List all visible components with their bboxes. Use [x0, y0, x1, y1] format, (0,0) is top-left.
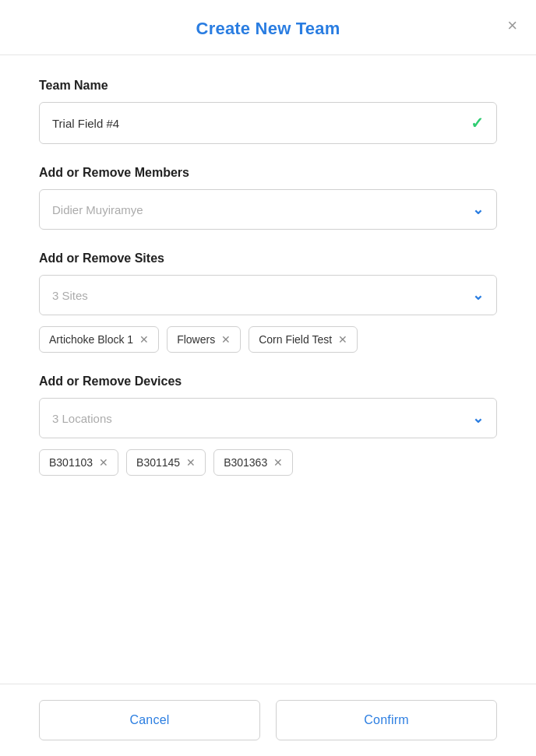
- sites-dropdown[interactable]: 3 Sites ⌄: [39, 275, 497, 315]
- device-tag-b301145-remove[interactable]: ✕: [186, 457, 196, 468]
- members-label: Add or Remove Members: [39, 166, 497, 180]
- device-tag-b301145-label: B301145: [136, 456, 180, 469]
- site-tag-cornfield-remove[interactable]: ✕: [338, 334, 347, 345]
- devices-tags: B301103 ✕ B301145 ✕ B301363 ✕: [39, 449, 497, 476]
- device-tag-b301363-remove[interactable]: ✕: [273, 457, 283, 468]
- device-tag-b301103-label: B301103: [49, 456, 93, 469]
- devices-chevron-icon: ⌄: [472, 410, 484, 427]
- device-tag-b301363-label: B301363: [224, 456, 267, 469]
- sites-tags: Artichoke Block 1 ✕ Flowers ✕ Corn Field…: [39, 326, 497, 353]
- site-tag-artichoke: Artichoke Block 1 ✕: [39, 326, 159, 353]
- modal-header: Create New Team ×: [0, 0, 536, 55]
- checkmark-icon: ✓: [471, 114, 484, 132]
- members-placeholder: Didier Muyiramye: [52, 203, 143, 216]
- members-dropdown[interactable]: Didier Muyiramye ⌄: [39, 189, 497, 230]
- sites-placeholder: 3 Sites: [52, 289, 88, 302]
- site-tag-flowers: Flowers ✕: [167, 326, 241, 353]
- site-tag-cornfield: Corn Field Test ✕: [249, 326, 358, 353]
- site-tag-flowers-label: Flowers: [177, 333, 215, 346]
- members-chevron-icon: ⌄: [472, 201, 484, 218]
- modal-body: Team Name ✓ Add or Remove Members Didier…: [0, 55, 536, 684]
- team-name-field[interactable]: ✓: [39, 102, 497, 144]
- device-tag-b301145: B301145 ✕: [126, 449, 206, 476]
- devices-section: Add or Remove Devices 3 Locations ⌄ B301…: [39, 374, 497, 476]
- close-button[interactable]: ×: [504, 14, 520, 37]
- modal-footer: Cancel Confirm: [0, 684, 536, 756]
- cancel-button[interactable]: Cancel: [39, 700, 260, 740]
- device-tag-b301103-remove[interactable]: ✕: [99, 457, 108, 468]
- site-tag-artichoke-label: Artichoke Block 1: [49, 333, 133, 346]
- sites-chevron-icon: ⌄: [472, 287, 484, 304]
- team-name-section: Team Name ✓: [39, 79, 497, 144]
- devices-dropdown[interactable]: 3 Locations ⌄: [39, 398, 497, 438]
- members-section: Add or Remove Members Didier Muyiramye ⌄: [39, 166, 497, 230]
- sites-label: Add or Remove Sites: [39, 251, 497, 265]
- sites-section: Add or Remove Sites 3 Sites ⌄ Artichoke …: [39, 251, 497, 353]
- modal-title: Create New Team: [196, 19, 340, 39]
- devices-label: Add or Remove Devices: [39, 374, 497, 389]
- team-name-input[interactable]: [52, 117, 471, 130]
- team-name-label: Team Name: [39, 79, 497, 93]
- devices-placeholder: 3 Locations: [52, 412, 112, 425]
- site-tag-cornfield-label: Corn Field Test: [259, 333, 332, 346]
- create-team-modal: Create New Team × Team Name ✓ Add or Rem…: [0, 0, 536, 756]
- site-tag-artichoke-remove[interactable]: ✕: [139, 334, 149, 345]
- device-tag-b301103: B301103 ✕: [39, 449, 118, 476]
- device-tag-b301363: B301363 ✕: [213, 449, 293, 476]
- site-tag-flowers-remove[interactable]: ✕: [221, 334, 231, 345]
- confirm-button[interactable]: Confirm: [276, 700, 497, 740]
